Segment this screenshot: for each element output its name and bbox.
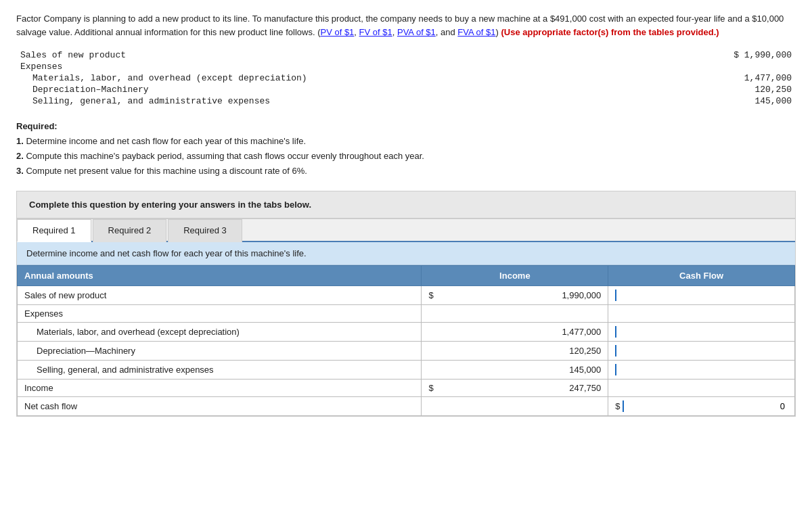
pva-link[interactable]: PVA of $1 — [397, 27, 436, 37]
sales-income-dollar: $ — [428, 290, 433, 300]
table-row: Selling, general, and administrative exp… — [18, 361, 795, 380]
bold-instruction: (Use appropriate factor(s) from the tabl… — [501, 27, 719, 37]
row-expenses-cashflow — [608, 305, 795, 323]
income-val: 247,750 — [436, 383, 602, 393]
fva-link[interactable]: FVA of $1 — [457, 27, 495, 37]
row-sales-cashflow[interactable] — [608, 286, 795, 305]
tab-required-1[interactable]: Required 1 — [17, 219, 91, 242]
expense-row-2-label: Depreciation–Machinery — [16, 84, 484, 95]
instructions-box: Complete this question by entering your … — [16, 191, 796, 218]
tab-1-content: Determine income and net cash flow for e… — [17, 242, 795, 416]
table-row: Depreciation—Machinery 120,250 — [18, 342, 795, 361]
row-income-income: $ 247,750 — [422, 380, 608, 397]
sales-income-val: 1,990,000 — [436, 290, 602, 300]
row-income-label: Income — [18, 380, 422, 397]
row-materials-label: Materials, labor, and overhead (except d… — [18, 323, 422, 342]
selling-income-val: 145,000 — [428, 365, 601, 375]
required-item-2: 2. Compute this machine's payback period… — [16, 149, 796, 164]
tab-required-3[interactable]: Required 3 — [168, 219, 242, 242]
col-cashflow: Cash Flow — [608, 266, 795, 286]
data-section: Sales of new product $ 1,990,000 Expense… — [16, 49, 796, 107]
expense-row-3-label: Selling, general, and administrative exp… — [16, 95, 484, 107]
row-sales-label: Sales of new product — [18, 286, 422, 305]
expense-row-1-value: 1,477,000 — [484, 72, 796, 84]
fv-link[interactable]: FV of $1 — [359, 27, 392, 37]
row-selling-cashflow[interactable] — [608, 361, 795, 380]
row-depreciation-cashflow[interactable] — [608, 342, 795, 361]
table-row: Materials, labor, and overhead (except d… — [18, 323, 795, 342]
row-income-cashflow — [608, 380, 795, 397]
sales-value: $ 1,990,000 — [484, 49, 796, 61]
intro-paragraph: Factor Company is planning to add a new … — [16, 12, 796, 39]
expenses-label: Expenses — [16, 61, 484, 72]
row-netcash-cashflow[interactable]: $ — [608, 397, 795, 416]
row-materials-cashflow[interactable] — [608, 323, 795, 342]
required-item-3: 3. Compute net present value for this ma… — [16, 164, 796, 179]
row-expenses-label: Expenses — [18, 305, 422, 323]
row-sales-income: $ 1,990,000 — [422, 286, 608, 305]
col-annual-amounts: Annual amounts — [18, 266, 422, 286]
answer-table: Annual amounts Income Cash Flow Sales of… — [17, 265, 795, 416]
table-row: Income $ 247,750 — [18, 380, 795, 397]
tab-1-header: Determine income and net cash flow for e… — [17, 242, 795, 265]
expense-row-2-value: 120,250 — [484, 84, 796, 95]
row-selling-income: 145,000 — [422, 361, 608, 380]
materials-cashflow-input[interactable] — [615, 326, 788, 338]
required-heading: Required: — [16, 119, 796, 134]
row-expenses-income — [422, 305, 608, 323]
tabs-container: Required 1 Required 2 Required 3 Determi… — [16, 218, 796, 417]
materials-income-val: 1,477,000 — [428, 327, 601, 337]
expense-row-3-value: 145,000 — [484, 95, 796, 107]
table-row: Net cash flow $ — [18, 397, 795, 416]
tabs-row: Required 1 Required 2 Required 3 — [17, 219, 795, 242]
pv-link[interactable]: PV of $1 — [320, 27, 354, 37]
required-item-1: 1. Determine income and net cash flow fo… — [16, 134, 796, 149]
depreciation-cashflow-input[interactable] — [615, 345, 788, 356]
sales-label: Sales of new product — [16, 49, 484, 61]
tab-required-2[interactable]: Required 2 — [93, 219, 167, 242]
row-selling-label: Selling, general, and administrative exp… — [18, 361, 422, 380]
col-income: Income — [422, 266, 608, 286]
row-netcash-label: Net cash flow — [18, 397, 422, 416]
netcash-dollar: $ — [615, 401, 620, 411]
row-materials-income: 1,477,000 — [422, 323, 608, 342]
required-list: Required: 1. Determine income and net ca… — [16, 119, 796, 179]
row-depreciation-label: Depreciation—Machinery — [18, 342, 422, 361]
netcash-cashflow-input[interactable] — [623, 400, 788, 412]
depreciation-income-val: 120,250 — [428, 346, 601, 356]
expense-row-1-label: Materials, labor, and overhead (except d… — [16, 72, 484, 84]
table-row: Sales of new product $ 1,990,000 — [18, 286, 795, 305]
selling-cashflow-input[interactable] — [615, 364, 788, 375]
sales-cashflow-input[interactable] — [615, 290, 788, 301]
row-depreciation-income: 120,250 — [422, 342, 608, 361]
income-dollar: $ — [428, 383, 433, 393]
row-netcash-income — [422, 397, 608, 416]
table-row: Expenses — [18, 305, 795, 323]
